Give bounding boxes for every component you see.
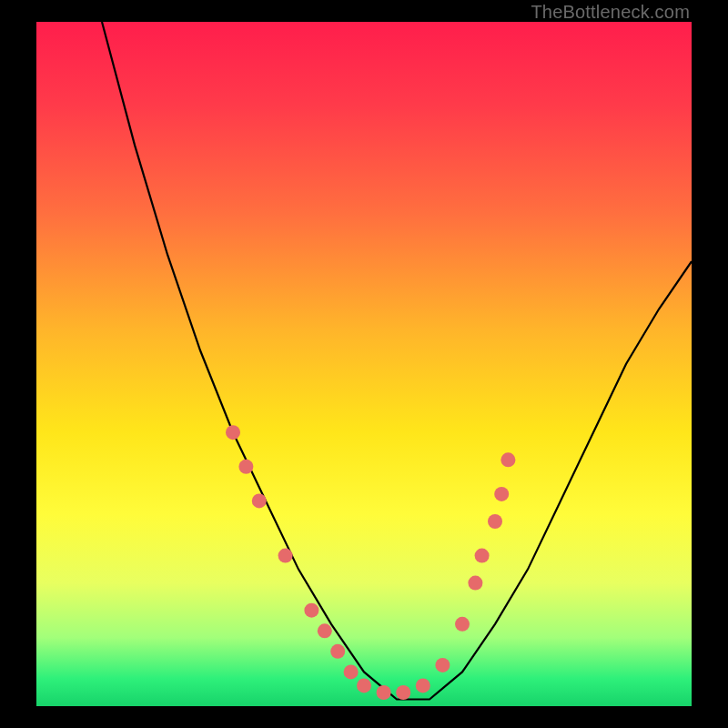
highlight-dot bbox=[396, 685, 410, 700]
highlight-dot bbox=[226, 425, 240, 440]
highlight-dot bbox=[455, 617, 470, 632]
highlight-dot bbox=[238, 460, 253, 474]
chart-frame: TheBottleneck.com bbox=[0, 0, 728, 728]
watermark-text: TheBottleneck.com bbox=[531, 2, 690, 23]
plot-area bbox=[36, 22, 692, 706]
highlight-dot bbox=[468, 576, 482, 591]
highlight-dot bbox=[330, 644, 345, 659]
highlight-dot bbox=[377, 685, 391, 700]
highlight-dot bbox=[416, 678, 430, 693]
highlight-dot bbox=[475, 549, 490, 563]
highlight-dot bbox=[494, 487, 509, 501]
highlight-dot bbox=[488, 514, 502, 529]
chart-svg bbox=[36, 22, 692, 706]
bottleneck-curve bbox=[102, 22, 692, 700]
curve-path bbox=[102, 22, 692, 700]
highlight-dot bbox=[252, 493, 267, 508]
highlight-dot bbox=[318, 623, 332, 638]
highlight-dot bbox=[357, 678, 371, 693]
highlight-dot bbox=[278, 549, 293, 563]
highlight-dot bbox=[304, 603, 318, 618]
highlight-dot bbox=[435, 658, 450, 672]
highlight-dot bbox=[500, 452, 515, 467]
highlight-dot bbox=[344, 664, 359, 679]
